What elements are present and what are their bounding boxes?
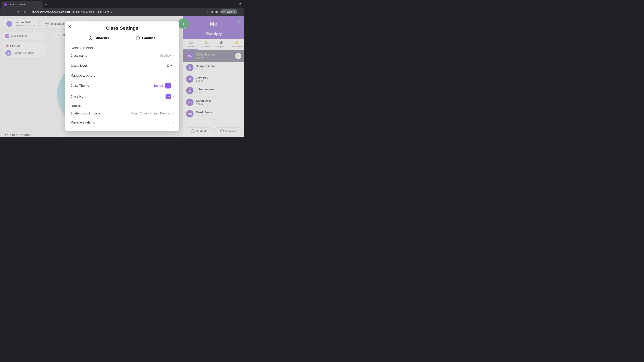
add-students-label: Students [95, 36, 109, 40]
chevron-right-icon: › [173, 121, 174, 124]
caret-down-icon: ▾ [170, 64, 172, 67]
class-settings-modal: ✕ Class Settings + Students + Families C… [65, 21, 179, 131]
close-window-button[interactable]: ✕ [239, 2, 241, 5]
theme-swatch [165, 83, 171, 88]
setting-label: Manage teachers [70, 74, 173, 77]
setting-class-name[interactable]: Class name Moodjoy › [68, 51, 176, 60]
chevron-right-icon: › [173, 84, 174, 87]
incognito-label: Incognito [226, 10, 236, 13]
incognito-icon: 🕶 [222, 10, 224, 13]
theme-value: Indigo [154, 84, 163, 87]
setting-grade-level[interactable]: Grade level 12 ▾ [68, 60, 176, 71]
minimize-button[interactable]: — [226, 2, 229, 5]
grade-select[interactable]: 12 ▾ [165, 63, 174, 68]
tab-close-icon[interactable]: ✕ [39, 3, 41, 6]
setting-value: Moodjoy [160, 54, 171, 57]
address-bar[interactable]: app.seesaw.me/#/class/class.e01bf4c2-9a2… [30, 10, 204, 13]
setting-value: Class Code - Shared Devices [131, 112, 171, 115]
window-controls: — ▢ ✕ [226, 2, 244, 5]
tab-favicon: S [4, 3, 7, 6]
setting-label: Class name [70, 54, 160, 57]
reload-button[interactable]: ⟳ [16, 10, 20, 13]
browser-toolbar: ← → ⟳ ⚙ app.seesaw.me/#/class/class.e01b… [0, 8, 244, 16]
modal-close-button[interactable]: ✕ [68, 24, 71, 29]
plus-circle-icon: + [136, 36, 140, 40]
tab-title: Journal - Seesaw [8, 3, 37, 6]
setting-label: Class Icon [70, 95, 166, 98]
add-families-button[interactable]: + Families [136, 36, 156, 40]
chevron-right-icon: › [173, 74, 174, 77]
add-students-button[interactable]: + Students [89, 36, 109, 40]
section-class-settings: CLASS SETTINGS [68, 47, 176, 50]
browser-titlebar: S Journal - Seesaw ✕ + — ▢ ✕ [0, 0, 244, 8]
grade-value: 12 [166, 64, 170, 67]
setting-manage-students[interactable]: Manage students › [68, 118, 176, 127]
star-icon[interactable]: ☆ [206, 10, 209, 13]
maximize-button[interactable]: ▢ [233, 2, 235, 5]
site-info-icon[interactable]: ⚙ [23, 10, 28, 13]
extensions-icon[interactable]: ⧉ [211, 10, 213, 13]
incognito-badge[interactable]: 🕶 Incognito [220, 9, 238, 14]
chevron-right-icon: › [173, 95, 174, 98]
setting-class-theme[interactable]: Class Theme Indigo › [68, 80, 176, 91]
setting-label: Grade level [70, 64, 165, 67]
plus-circle-icon: + [89, 36, 92, 40]
browser-tab[interactable]: S Journal - Seesaw ✕ [1, 1, 43, 8]
modal-add-row: + Students + Families [68, 34, 176, 44]
modal-title: Class Settings [65, 21, 179, 34]
new-tab-button[interactable]: + [45, 3, 47, 6]
modal-body[interactable]: + Students + Families CLASS SETTINGS Cla… [65, 34, 179, 131]
browser-menu-icon[interactable]: ⋮ [240, 10, 242, 13]
chevron-right-icon: › [173, 54, 174, 57]
app-root: Lauren Deli Teacher - 2 Classes 💬 Messag… [0, 16, 244, 137]
icon-swatch: Mo [166, 94, 171, 99]
setting-label: Student sign in mode [70, 112, 131, 115]
setting-class-icon[interactable]: Class Icon Mo › [68, 91, 176, 102]
forward-button[interactable]: → [9, 10, 14, 13]
setting-label: Class Theme [70, 84, 154, 87]
chevron-right-icon: › [173, 112, 174, 115]
section-students: STUDENTS [68, 105, 176, 108]
setting-manage-teachers[interactable]: Manage teachers › [68, 71, 176, 80]
setting-signin-mode[interactable]: Student sign in mode Class Code - Shared… [68, 109, 176, 118]
sidepanel-icon[interactable]: ◧ [215, 10, 218, 13]
back-button[interactable]: ← [2, 10, 6, 13]
setting-label: Manage students [70, 121, 173, 124]
add-families-label: Families [142, 36, 156, 40]
